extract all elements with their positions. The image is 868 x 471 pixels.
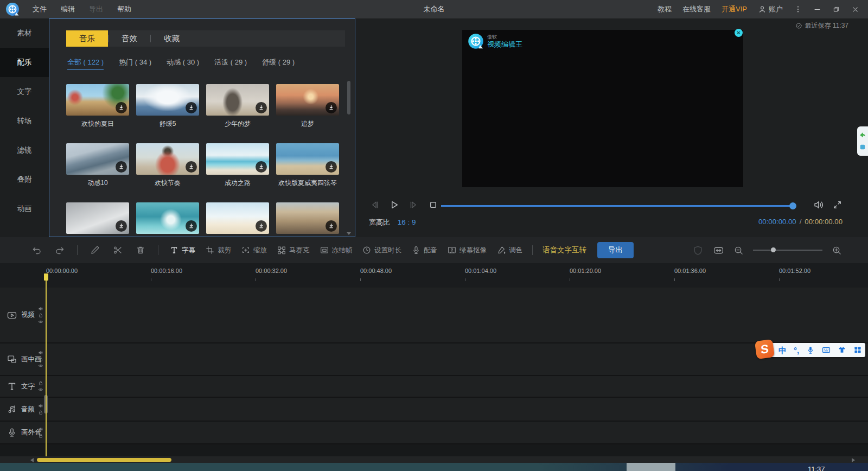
track-header-pip[interactable]: 画中画 [0, 343, 46, 375]
download-button[interactable] [256, 161, 267, 173]
menu-file[interactable]: 文件 [33, 4, 47, 14]
support-link[interactable]: 在线客服 [682, 4, 711, 14]
music-thumbnail[interactable] [136, 84, 199, 116]
menu-help[interactable]: 帮助 [117, 4, 131, 14]
close-button[interactable] [851, 5, 859, 14]
dubbing-button[interactable]: 配音 [411, 245, 437, 255]
ime-punctuation[interactable]: °, [794, 346, 799, 354]
preview-progress-bar[interactable] [441, 205, 794, 207]
track-header-audio[interactable]: 音频 [0, 398, 46, 421]
music-thumbnail[interactable] [66, 202, 129, 234]
speech-text-button[interactable]: 语音文字互转 [542, 245, 586, 255]
subtitle-button[interactable]: 字幕 [169, 245, 195, 255]
scroll-right-arrow[interactable] [852, 458, 855, 462]
eye-icon[interactable] [38, 319, 43, 324]
sidebar-item-filter[interactable]: 滤镜 [0, 136, 49, 165]
fullscreen-button[interactable] [832, 199, 843, 211]
ime-toolbox-icon[interactable] [853, 346, 862, 354]
taskbar-app-button[interactable] [627, 463, 675, 471]
music-panel-scrollbar[interactable] [347, 81, 350, 114]
speaker-icon[interactable] [38, 306, 43, 311]
scrollbar-thumb[interactable] [37, 458, 171, 462]
category-dynamic[interactable]: 动感 ( 30 ) [167, 58, 199, 70]
music-item[interactable]: 欢快版夏威夷四弦琴 [276, 143, 339, 188]
more-menu-button[interactable] [794, 5, 802, 14]
download-button[interactable] [326, 161, 337, 173]
trash-button[interactable] [135, 245, 146, 256]
music-thumbnail[interactable] [276, 143, 339, 175]
aspect-value[interactable]: 16 : 9 [398, 218, 416, 226]
music-thumbnail[interactable] [206, 143, 269, 175]
download-button[interactable] [256, 102, 267, 113]
ime-skin-icon[interactable] [838, 346, 846, 354]
tutorial-link[interactable]: 教程 [658, 4, 672, 14]
minimize-button[interactable] [813, 5, 821, 14]
mosaic-button[interactable]: 马赛克 [277, 245, 310, 255]
duration-button[interactable]: 设置时长 [362, 245, 401, 255]
zoom-out-button[interactable] [733, 245, 744, 256]
track-lane-pip[interactable] [46, 343, 868, 375]
download-button[interactable] [256, 220, 267, 232]
speaker-icon[interactable] [38, 427, 43, 432]
category-soothing[interactable]: 舒缓 ( 29 ) [262, 58, 295, 70]
music-item[interactable] [66, 202, 129, 237]
color-button[interactable]: 调色 [496, 245, 522, 255]
freeze-frame-button[interactable]: 冻结帧 [320, 245, 353, 255]
download-button[interactable] [326, 102, 337, 113]
track-header-voiceover[interactable]: 画外音 [0, 422, 46, 443]
music-item[interactable] [136, 202, 199, 237]
music-thumbnail[interactable] [206, 84, 269, 116]
track-header-text[interactable]: 文字 [0, 376, 46, 397]
sidebar-item-text[interactable]: 文字 [0, 77, 49, 106]
music-item[interactable]: 少年的梦 [206, 84, 269, 129]
sidebar-item-overlay[interactable]: 叠附 [0, 165, 49, 194]
zoom-button[interactable]: 缩放 [241, 245, 267, 255]
fit-timeline-button[interactable] [713, 245, 724, 256]
download-button[interactable] [186, 102, 197, 113]
track-lane-text[interactable] [46, 376, 868, 397]
lock-icon[interactable] [38, 313, 43, 318]
speaker-icon[interactable] [38, 350, 43, 355]
download-button[interactable] [116, 161, 127, 173]
scissors-button[interactable] [112, 245, 123, 256]
lock-icon[interactable] [38, 357, 43, 362]
menu-export[interactable]: 导出 [89, 4, 103, 14]
green-screen-button[interactable]: 绿幕抠像 [447, 245, 487, 255]
download-button[interactable] [116, 220, 127, 232]
stop-button[interactable] [427, 199, 439, 211]
download-button[interactable] [116, 102, 127, 113]
pencil-button[interactable] [90, 245, 100, 256]
download-button[interactable] [186, 161, 197, 173]
zoom-in-button[interactable] [832, 245, 842, 256]
track-lane-voiceover[interactable] [46, 422, 868, 443]
sidebar-item-animation[interactable]: 动画 [0, 194, 49, 224]
music-item[interactable]: 动感10 [66, 143, 129, 188]
redo-button[interactable] [54, 245, 65, 256]
playhead-handle[interactable] [44, 273, 48, 281]
category-all[interactable]: 全部 ( 122 ) [67, 58, 104, 70]
crop-button[interactable]: 裁剪 [205, 245, 231, 255]
music-thumbnail[interactable] [136, 143, 199, 175]
timeline-ruler[interactable]: 00:00:00.0000:00:16.0000:00:32.0000:00:4… [0, 263, 868, 288]
tab-music[interactable]: 音乐 [66, 30, 108, 47]
music-thumbnail[interactable] [276, 84, 339, 116]
ime-mic-icon[interactable] [806, 346, 815, 354]
speaker-icon[interactable] [38, 403, 43, 409]
track-header-video[interactable]: 视频 [0, 288, 46, 342]
category-lively[interactable]: 活泼 ( 29 ) [214, 58, 247, 70]
music-item[interactable]: 舒缓5 [136, 84, 199, 129]
lock-icon[interactable] [38, 380, 43, 386]
download-button[interactable] [186, 220, 197, 232]
play-button[interactable] [388, 199, 400, 211]
previous-frame-button[interactable] [369, 199, 380, 211]
ime-keyboard-icon[interactable] [822, 346, 831, 354]
export-button[interactable]: 导出 [597, 242, 634, 258]
maximize-button[interactable] [832, 5, 840, 14]
sidebar-item-soundtrack[interactable]: 配乐 [0, 48, 49, 77]
music-thumbnail[interactable] [276, 202, 339, 234]
category-hot[interactable]: 热门 ( 34 ) [119, 58, 151, 70]
edge-widget[interactable] [857, 126, 868, 156]
progress-handle[interactable] [789, 202, 796, 209]
eye-icon[interactable] [38, 363, 43, 368]
ime-chinese-mode[interactable]: 中 [778, 346, 787, 354]
